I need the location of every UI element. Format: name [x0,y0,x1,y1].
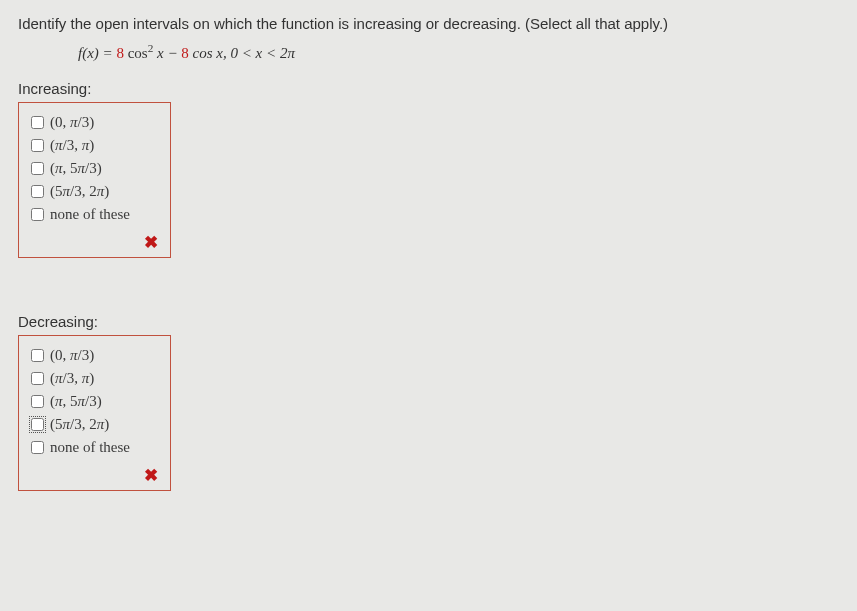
decreasing-option-label-0: (0, π/3) [50,347,94,364]
function-part3: cos x, 0 < x < 2 [193,45,288,61]
increasing-checkbox-2[interactable] [31,162,44,175]
decreasing-checkbox-4[interactable] [31,441,44,454]
increasing-option-1: (π/3, π) [27,136,162,155]
increasing-option-label-4: none of these [50,206,130,223]
increasing-label: Increasing: [18,80,839,97]
decreasing-option-1: (π/3, π) [27,369,162,388]
increasing-option-label-1: (π/3, π) [50,137,94,154]
increasing-option-2: (π, 5π/3) [27,159,162,178]
function-part2: x − [157,45,181,61]
function-definition: f(x) = 8 cos2 x − 8 cos x, 0 < x < 2π [78,42,839,62]
increasing-checkbox-4[interactable] [31,208,44,221]
decreasing-option-3: (5π/3, 2π) [27,415,162,434]
increasing-option-label-2: (π, 5π/3) [50,160,102,177]
decreasing-checkbox-0[interactable] [31,349,44,362]
decreasing-option-label-1: (π/3, π) [50,370,94,387]
decreasing-checkbox-2[interactable] [31,395,44,408]
decreasing-option-2: (π, 5π/3) [27,392,162,411]
decreasing-feedback: ✖ [27,461,162,486]
decreasing-label: Decreasing: [18,313,839,330]
decreasing-option-label-3: (5π/3, 2π) [50,416,109,433]
function-exponent: 2 [148,42,154,54]
increasing-checkbox-0[interactable] [31,116,44,129]
increasing-option-label-0: (0, π/3) [50,114,94,131]
increasing-option-0: (0, π/3) [27,113,162,132]
decreasing-checkbox-1[interactable] [31,372,44,385]
increasing-option-label-3: (5π/3, 2π) [50,183,109,200]
wrong-icon: ✖ [144,466,158,485]
increasing-answer-box: (0, π/3) (π/3, π) (π, 5π/3) (5π/3, 2π) n… [18,102,171,258]
decreasing-answer-box: (0, π/3) (π/3, π) (π, 5π/3) (5π/3, 2π) n… [18,335,171,491]
increasing-checkbox-3[interactable] [31,185,44,198]
increasing-option-4: none of these [27,205,162,224]
wrong-icon: ✖ [144,233,158,252]
function-lhs: f(x) = [78,45,116,61]
decreasing-option-label-2: (π, 5π/3) [50,393,102,410]
function-coeff2: 8 [181,45,189,61]
question-prompt: Identify the open intervals on which the… [18,15,839,32]
decreasing-option-0: (0, π/3) [27,346,162,365]
function-coeff1: 8 [116,45,124,61]
increasing-checkbox-1[interactable] [31,139,44,152]
function-part1: cos [128,45,148,61]
function-pi: π [287,45,295,61]
decreasing-option-label-4: none of these [50,439,130,456]
increasing-option-3: (5π/3, 2π) [27,182,162,201]
increasing-feedback: ✖ [27,228,162,253]
decreasing-checkbox-3[interactable] [31,418,44,431]
decreasing-option-4: none of these [27,438,162,457]
